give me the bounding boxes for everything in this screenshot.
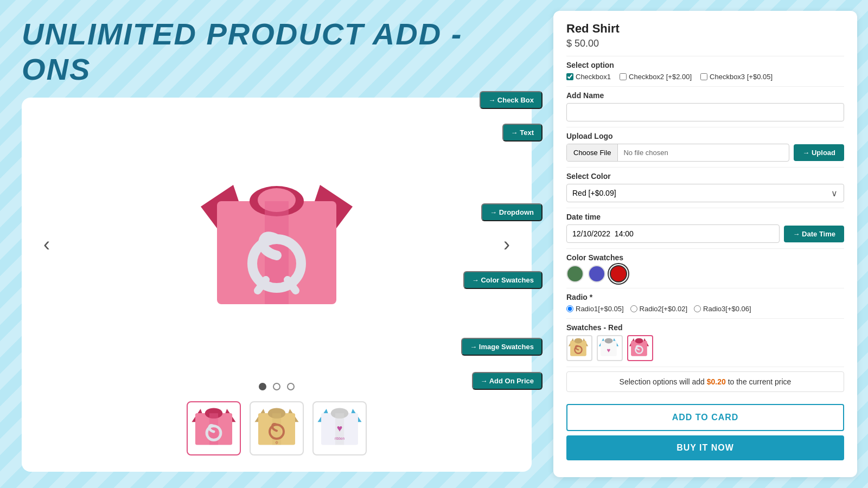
text-input[interactable] xyxy=(566,103,844,121)
radio-group: Radio1[+$0.05] Radio2[+$0.02] Radio3[+$0… xyxy=(566,305,844,313)
color-swatch-red[interactable] xyxy=(610,265,627,282)
product-image-area: ‹ xyxy=(38,114,515,375)
radio-label: Radio * xyxy=(566,293,844,301)
checkbox-item-2[interactable]: Checkbox2 [+$2.00] xyxy=(620,73,692,81)
checkbox-item-3[interactable]: Checkbox3 [+$0.05] xyxy=(700,73,773,81)
addon-price-section: Selection options will add $0.20 to the … xyxy=(566,371,844,392)
page-title: UNLIMITED PRODUCT ADD - ONS xyxy=(22,16,532,87)
carousel-dots xyxy=(259,383,295,390)
carousel-dot-2[interactable] xyxy=(273,383,280,390)
carousel-prev-button[interactable]: ‹ xyxy=(38,228,55,261)
color-swatch-green[interactable] xyxy=(566,265,584,282)
svg-point-42 xyxy=(635,338,643,344)
file-input-display: Choose File No file chosen xyxy=(566,144,789,162)
radio-input-3[interactable] xyxy=(694,305,701,312)
choose-file-button[interactable]: Choose File xyxy=(567,144,618,161)
image-swatches-group: ♥ xyxy=(566,335,844,361)
datetime-section: Date time → Date Time xyxy=(566,213,844,243)
upload-content: Upload Logo Choose File No file chosen →… xyxy=(566,132,844,162)
file-name-label: No file chosen xyxy=(618,144,673,161)
dropdown-content: Select Color Red [+$0.09] Blue [+$0.05] … xyxy=(566,172,844,202)
radio-item-2[interactable]: Radio2[+$0.02] xyxy=(630,305,688,313)
color-select[interactable]: Red [+$0.09] Blue [+$0.05] Green [+$0.03… xyxy=(566,184,844,202)
addon-price-text-before: Selection options will add xyxy=(620,377,707,386)
addon-price-tag[interactable]: → Add On Price xyxy=(472,372,542,390)
checkbox-input-3[interactable] xyxy=(700,73,707,80)
datetime-label: Date time xyxy=(566,213,844,221)
dropdown-tag[interactable]: → Dropdown xyxy=(481,203,542,221)
checkbox-label-2: Checkbox2 [+$2.00] xyxy=(629,73,692,81)
datetime-button[interactable]: → Date Time xyxy=(784,226,844,242)
image-swatch-3[interactable] xyxy=(627,335,653,361)
thumbnail-3[interactable]: ♥ ribbon xyxy=(312,401,367,455)
dropdown-section: Select Color Red [+$0.09] Blue [+$0.05] … xyxy=(566,172,844,202)
addon-price-text-after: to the current price xyxy=(726,377,792,386)
color-swatches-section: Color Swatches xyxy=(566,253,844,282)
checkbox-label: Select option xyxy=(566,61,844,69)
checkbox-group: Checkbox1 Checkbox2 [+$2.00] Checkbox3 [… xyxy=(566,73,844,81)
dropdown-label: Select Color xyxy=(566,172,844,181)
datetime-input[interactable] xyxy=(566,224,780,243)
datetime-content: Date time → Date Time xyxy=(566,213,844,243)
radio-label-1: Radio1[+$0.05] xyxy=(576,305,624,313)
radio-content: Radio * Radio1[+$0.05] Radio2[+$0.02] Ra… xyxy=(566,293,844,313)
radio-input-2[interactable] xyxy=(630,305,637,312)
color-swatches-group xyxy=(566,265,844,282)
color-swatches-label: Color Swatches xyxy=(566,253,844,262)
text-tag[interactable]: → Text xyxy=(502,124,542,142)
svg-text:⚙: ⚙ xyxy=(275,440,279,445)
upload-section: Upload Logo Choose File No file chosen →… xyxy=(566,132,844,162)
svg-text:♥: ♥ xyxy=(607,347,611,354)
image-swatches-tag[interactable]: → Image Swatches xyxy=(461,338,542,356)
radio-input-1[interactable] xyxy=(566,305,573,312)
svg-point-32 xyxy=(575,338,583,344)
datetime-row: → Date Time xyxy=(566,224,844,243)
carousel-next-button[interactable]: › xyxy=(498,228,515,261)
image-swatch-1[interactable] xyxy=(566,335,592,361)
text-content: Add Name xyxy=(566,91,844,121)
upload-button[interactable]: → Upload xyxy=(794,144,844,161)
color-swatch-blue[interactable] xyxy=(588,265,605,282)
thumbnail-2[interactable]: ⚙ xyxy=(250,401,304,455)
addon-price-value: $0.20 xyxy=(707,377,726,386)
radio-item-3[interactable]: Radio3[+$0.06] xyxy=(694,305,751,313)
svg-text:♥: ♥ xyxy=(337,423,343,434)
checkbox-input-2[interactable] xyxy=(620,73,627,80)
radio-item-1[interactable]: Radio1[+$0.05] xyxy=(566,305,624,313)
product-card: ‹ xyxy=(22,98,532,472)
right-panel: Red Shirt $ 50.00 Select option Checkbox… xyxy=(553,11,857,477)
checkbox-content: Select option Checkbox1 Checkbox2 [+$2.0… xyxy=(566,61,844,81)
checkbox-section: Select option Checkbox1 Checkbox2 [+$2.0… xyxy=(566,61,844,81)
carousel-dot-3[interactable] xyxy=(287,383,295,390)
checkbox-input-1[interactable] xyxy=(566,73,573,80)
file-upload-area: Choose File No file chosen → Upload xyxy=(566,144,844,162)
image-swatch-2[interactable]: ♥ xyxy=(597,335,623,361)
checkbox-label-1: Checkbox1 xyxy=(576,73,611,81)
carousel-dot-1[interactable] xyxy=(259,383,266,390)
image-swatches-section: Swatches - Red xyxy=(566,323,844,361)
checkbox-label-3: Checkbox3 [+$0.05] xyxy=(710,73,773,81)
product-main-image xyxy=(184,152,369,337)
svg-point-37 xyxy=(605,338,613,344)
radio-label-2: Radio2[+$0.02] xyxy=(640,305,688,313)
radio-section: Radio * Radio1[+$0.05] Radio2[+$0.02] Ra… xyxy=(566,293,844,313)
checkbox-tag[interactable]: → Check Box xyxy=(480,91,542,109)
product-name: Red Shirt xyxy=(566,22,844,36)
color-swatches-tag[interactable]: → Color Swatches xyxy=(463,271,542,289)
color-swatches-content: Color Swatches xyxy=(566,253,844,282)
thumbnail-1[interactable] xyxy=(187,401,241,455)
add-to-cart-button[interactable]: ADD TO CARD xyxy=(566,404,844,431)
product-price: $ 50.00 xyxy=(566,38,844,49)
thumbnail-row: ⚙ ♥ ribbon xyxy=(187,401,367,455)
select-wrapper: Red [+$0.09] Blue [+$0.05] Green [+$0.03… xyxy=(566,184,844,202)
svg-text:ribbon: ribbon xyxy=(335,436,344,440)
addon-price-content: Selection options will add $0.20 to the … xyxy=(566,371,844,392)
text-label: Add Name xyxy=(566,91,844,100)
checkbox-item-1[interactable]: Checkbox1 xyxy=(566,73,611,81)
text-section: Add Name xyxy=(566,91,844,121)
radio-label-3: Radio3[+$0.06] xyxy=(703,305,751,313)
addon-price-note: Selection options will add $0.20 to the … xyxy=(566,371,844,392)
image-swatches-label: Swatches - Red xyxy=(566,323,844,332)
buy-now-button[interactable]: BUY IT NOW xyxy=(566,435,844,460)
upload-label: Upload Logo xyxy=(566,132,844,140)
